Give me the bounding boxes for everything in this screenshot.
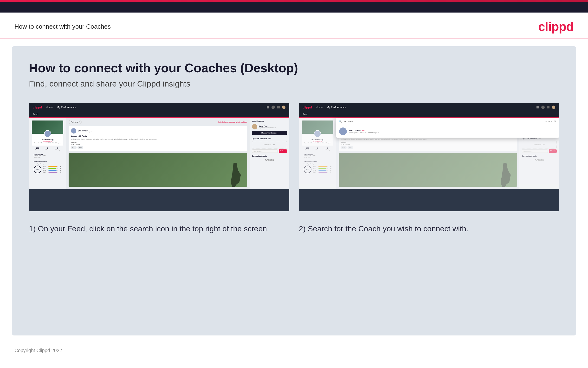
- app-body-2: Blair McHarg Plus Handicap Royal North D…: [299, 118, 559, 189]
- app-nav-logo-2: clippd: [303, 106, 312, 109]
- app-nav-2: clippd Home My Performance: [299, 103, 559, 111]
- section-subtitle: Find, connect and share your Clippd insi…: [29, 79, 559, 88]
- following-row-1: Following ▾ Control who can see your act…: [69, 120, 247, 124]
- trackman-input-row-1: Trackman Link Add Link: [252, 149, 287, 153]
- add-link-btn-1[interactable]: Add Link: [279, 149, 287, 153]
- top-bar: [0, 0, 588, 12]
- profile-avatar-2: [314, 130, 321, 137]
- nav-icons-2: [536, 106, 555, 109]
- feed-tab-2: Feed: [303, 111, 308, 118]
- copyright-text: Copyright Clippd 2022: [14, 348, 62, 353]
- close-button[interactable]: ✕: [553, 120, 557, 123]
- settings-icon-nav-2: [547, 106, 550, 109]
- caption-2: 2) Search for the Coach you wish to conn…: [299, 223, 559, 234]
- nav-icons-1: [267, 106, 285, 109]
- search-icon-nav-1: [267, 106, 269, 109]
- connect-section-1: Connect your data Arccos: [252, 155, 287, 161]
- screenshot-2: clippd Home My Performance Feed: [299, 103, 559, 211]
- left-panel-1: Blair McHarg Plus Handicap Royal North D…: [29, 118, 66, 189]
- feed-tab-bar-1: Feed: [29, 111, 289, 118]
- post-card-1: Blair McHarg Yesterday · Sunningdale Les…: [69, 126, 247, 151]
- avatar-nav-1: [282, 106, 285, 109]
- manage-coaches-btn-1[interactable]: Manage Your Coaches: [252, 131, 287, 135]
- trackman-input-1[interactable]: Trackman Link: [252, 149, 278, 153]
- avatar-nav-2: [552, 106, 555, 109]
- search-icon-modal: 🔍: [339, 120, 342, 123]
- upload-section-1: Upload a Trackman Test Trackman Link Tra…: [252, 138, 287, 153]
- nav-home-2: Home: [316, 106, 323, 109]
- caption-text-1: 1) On your Feed, click on the search ico…: [29, 223, 289, 234]
- search-modal[interactable]: 🔍 Dan Davies CLEAR ✕ Dan Davies Pro Sun: [336, 118, 559, 138]
- arccos-logo-1: Arccos: [252, 158, 287, 161]
- section-title: How to connect with your Coaches (Deskto…: [29, 61, 559, 75]
- profile-cover-1: [32, 120, 63, 134]
- search-icon-nav-2: [536, 106, 539, 109]
- accent-bar: [0, 0, 588, 2]
- screenshot-1: clippd Home My Performance Feed: [29, 103, 289, 211]
- following-button-1[interactable]: Following ▾: [69, 120, 82, 124]
- profile-cover-2: [302, 120, 333, 134]
- bar-ott: OTT 90: [43, 166, 61, 167]
- stat-activities-1: 131 Activities: [35, 147, 40, 151]
- search-result-item[interactable]: Dan Davies Pro Sunningdale Golf Club, Un…: [336, 125, 559, 138]
- coach-avatar-1: [252, 124, 257, 129]
- profile-avatar-1: [44, 130, 51, 137]
- nav-my-performance-2: My Performance: [327, 106, 346, 109]
- post-avatar-1: [71, 128, 76, 134]
- left-panel-2: Blair McHarg Plus Handicap Royal North D…: [299, 118, 336, 189]
- stat-followers-1: 3 Followers: [45, 147, 50, 151]
- logo: clippd: [538, 19, 574, 34]
- clear-button[interactable]: CLEAR: [545, 120, 552, 122]
- stats-row-2: 131 Activities 3 Followers 4 Following: [302, 146, 333, 152]
- score-circle-1: 92: [34, 166, 41, 173]
- app-body-1: Blair McHarg Plus Handicap Royal North D…: [29, 118, 289, 189]
- stat-following-1: 4 Following: [55, 147, 60, 151]
- post-btns-1: OTT APP: [71, 146, 245, 149]
- page-header: How to connect with your Coaches clippd: [0, 12, 588, 39]
- app-nav-logo-1: clippd: [33, 106, 42, 109]
- search-input-modal[interactable]: Dan Davies: [343, 120, 544, 122]
- page-title: How to connect with your Coaches: [14, 23, 111, 30]
- settings-icon-nav-1: [277, 106, 280, 109]
- caption-1: 1) On your Feed, click on the search ico…: [29, 223, 289, 234]
- perf-score-1: 92 OTT 90 APP 85: [34, 166, 61, 173]
- bar-arg: ARG 86: [43, 169, 61, 171]
- app-nav-1: clippd Home My Performance: [29, 103, 289, 111]
- caption-text-2: 2) Search for the Coach you wish to conn…: [299, 223, 559, 234]
- nav-my-performance-1: My Performance: [57, 106, 76, 109]
- trackman-box-1: Trackman Link: [252, 141, 287, 148]
- footer: Copyright Clippd 2022: [0, 343, 588, 358]
- control-link-1[interactable]: Control who can see your activity and da…: [218, 121, 247, 123]
- profile-location-1: Royal North Devon Golf Club, United King…: [32, 142, 63, 144]
- search-bar: 🔍 Dan Davies CLEAR ✕: [336, 118, 559, 125]
- nav-home-1: Home: [46, 106, 53, 109]
- captions-row: 1) On your Feed, click on the search ico…: [29, 223, 559, 234]
- screenshots-row: clippd Home My Performance Feed: [29, 103, 559, 211]
- player-perf-1: Player Performance Total Player Quality …: [32, 159, 63, 175]
- photo-area-1: [69, 153, 247, 187]
- stats-row-1: 131 Activities 3 Followers 4 Following: [32, 146, 63, 152]
- latest-activity-1: Latest Activity Lesson with Fordy 03 Aug…: [32, 152, 63, 159]
- result-avatar: [339, 128, 347, 135]
- coach-item-1: David Ford Royal North Devon Golf Club: [252, 124, 287, 129]
- photo-silhouette-1: [228, 163, 242, 187]
- bar-putt: PUTT 96: [43, 171, 61, 173]
- feed-tab-1: Feed: [33, 111, 38, 118]
- user-icon-nav-2: [541, 106, 545, 109]
- main-content: How to connect with your Coaches (Deskto…: [12, 46, 576, 335]
- profile-name-1: Blair McHarg: [32, 138, 63, 141]
- bar-app: APP 85: [43, 167, 61, 169]
- score-bars-1: OTT 90 APP 85 ARG: [43, 166, 61, 173]
- right-panel-1: Your Coaches David Ford Royal North Devo…: [250, 118, 289, 189]
- middle-panel-1: Following ▾ Control who can see your act…: [66, 118, 250, 189]
- user-icon-nav-1: [272, 106, 275, 109]
- post-header-1: Blair McHarg Yesterday · Sunningdale: [71, 128, 245, 134]
- feed-tab-bar-2: Feed: [299, 111, 559, 118]
